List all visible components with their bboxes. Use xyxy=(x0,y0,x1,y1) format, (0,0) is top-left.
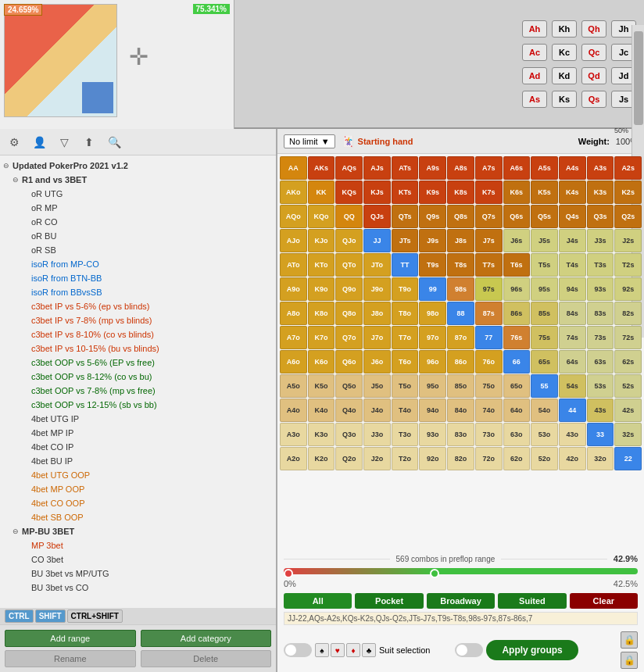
hand-cell-54o[interactable]: 54o xyxy=(531,399,558,422)
hand-cell-K4s[interactable]: K4s xyxy=(559,181,586,204)
hand-cell-A5s[interactable]: A5s xyxy=(531,156,558,180)
tree-item-4betmpoop[interactable]: 4bet MP OOP xyxy=(0,482,276,496)
search-icon[interactable]: 🔍 xyxy=(106,134,122,150)
hand-cell-72o[interactable]: 72o xyxy=(475,447,503,470)
hand-cell-K6o[interactable]: K6o xyxy=(308,350,335,374)
tree-item-co[interactable]: oR CO xyxy=(0,215,276,229)
card-Qs[interactable]: Qs xyxy=(581,91,606,108)
broadway-button[interactable]: Broadway xyxy=(427,593,495,609)
hand-cell-82s[interactable]: 82s xyxy=(614,302,642,325)
hand-cell-65s[interactable]: 65s xyxy=(531,350,558,374)
hand-cell-J5o[interactable]: J5o xyxy=(363,374,391,398)
hand-cell-J4o[interactable]: J4o xyxy=(363,399,391,422)
hand-cell-52o[interactable]: 52o xyxy=(531,447,558,470)
hand-cell-95s[interactable]: 95s xyxy=(531,277,558,301)
hand-cell-T2s[interactable]: T2s xyxy=(614,253,642,277)
hand-cell-T3o[interactable]: T3o xyxy=(392,423,419,446)
hand-cell-J3o[interactable]: J3o xyxy=(363,423,391,446)
card-Kc[interactable]: Kc xyxy=(552,44,577,61)
tree-item-4betutg[interactable]: 4bet UTG IP xyxy=(0,412,276,426)
hand-cell-AKs[interactable]: AKs xyxy=(308,156,335,180)
hand-cell-T4s[interactable]: T4s xyxy=(559,253,586,277)
hand-cell-T7s[interactable]: T7s xyxy=(475,253,503,277)
hand-cell-84o[interactable]: 84o xyxy=(447,399,474,422)
hand-cell-Q3s[interactable]: Q3s xyxy=(587,205,614,228)
hand-cell-92o[interactable]: 92o xyxy=(419,447,446,470)
suit-diamonds[interactable]: ♦ xyxy=(346,643,360,657)
clear-button[interactable]: Clear xyxy=(570,593,638,609)
tree-item-isor-mp[interactable]: isoR from MP-CO xyxy=(0,257,276,271)
suit-hearts[interactable]: ♥ xyxy=(331,643,345,657)
card-Kh[interactable]: Kh xyxy=(552,20,577,38)
hand-cell-T5s[interactable]: T5s xyxy=(531,253,558,277)
hand-cell-AJs[interactable]: AJs xyxy=(363,156,391,180)
hand-cell-A7o[interactable]: A7o xyxy=(280,326,307,349)
hand-cell-QJs[interactable]: QJs xyxy=(363,205,391,228)
hand-cell-43s[interactable]: 43s xyxy=(587,399,614,422)
hand-cell-93s[interactable]: 93s xyxy=(587,277,614,301)
hand-cell-85o[interactable]: 85o xyxy=(447,374,474,398)
hand-cell-Q9s[interactable]: Q9s xyxy=(419,205,446,228)
hand-cell-Q7o[interactable]: Q7o xyxy=(335,326,363,349)
hand-cell-88[interactable]: 88 xyxy=(447,302,474,325)
hand-cell-T9o[interactable]: T9o xyxy=(392,277,419,301)
tree-item-bu3mp[interactable]: BU 3bet vs MP/UTG xyxy=(0,567,276,581)
hand-cell-63o[interactable]: 63o xyxy=(503,423,531,446)
hand-cell-AQo[interactable]: AQo xyxy=(280,205,307,228)
kbd-ctrlshift[interactable]: CTRL+SHIFT xyxy=(67,609,123,623)
hand-cell-Q6o[interactable]: Q6o xyxy=(335,350,363,374)
hand-cell-87o[interactable]: 87o xyxy=(447,326,474,349)
hand-cell-K6s[interactable]: K6s xyxy=(503,181,531,204)
hand-cell-T4o[interactable]: T4o xyxy=(392,399,419,422)
lock-button-2[interactable]: 🔒 xyxy=(621,652,638,669)
delete-button[interactable]: Delete xyxy=(141,650,272,667)
hand-cell-A8s[interactable]: A8s xyxy=(447,156,474,180)
all-button[interactable]: All xyxy=(284,593,352,609)
hand-cell-KJo[interactable]: KJo xyxy=(308,229,335,252)
tree-item-sb[interactable]: oR SB xyxy=(0,243,276,257)
hand-cell-J6s[interactable]: J6s xyxy=(503,229,531,252)
hand-cell-32s[interactable]: 32s xyxy=(614,423,642,446)
hand-cell-J9o[interactable]: J9o xyxy=(363,277,391,301)
hand-cell-K8o[interactable]: K8o xyxy=(308,302,335,325)
hand-cell-Q4s[interactable]: Q4s xyxy=(559,205,586,228)
hand-cell-K7o[interactable]: K7o xyxy=(308,326,335,349)
hand-cell-QTs[interactable]: QTs xyxy=(392,205,419,228)
hand-cell-T6s[interactable]: T6s xyxy=(503,253,531,277)
suited-button[interactable]: Suited xyxy=(498,593,566,609)
card-Ac[interactable]: Ac xyxy=(522,44,547,61)
tree-item-r1[interactable]: ⊖ R1 and vs 3BET xyxy=(0,173,276,187)
hand-cell-A7s[interactable]: A7s xyxy=(475,156,503,180)
hand-cell-A8o[interactable]: A8o xyxy=(280,302,307,325)
hand-cell-KK[interactable]: KK xyxy=(308,181,335,204)
hand-cell-Q3o[interactable]: Q3o xyxy=(335,423,363,446)
hand-cell-94o[interactable]: 94o xyxy=(419,399,446,422)
apply-groups-toggle[interactable] xyxy=(455,643,483,657)
hand-cell-T8o[interactable]: T8o xyxy=(392,302,419,325)
card-Ad[interactable]: Ad xyxy=(522,67,547,84)
kbd-shift[interactable]: SHIFT xyxy=(35,609,66,623)
hand-cell-52s[interactable]: 52s xyxy=(614,374,642,398)
hand-cell-74o[interactable]: 74o xyxy=(475,399,503,422)
tree-item-c3bet1015[interactable]: c3bet IP vs 10-15% (bu vs blinds) xyxy=(0,341,276,356)
card-Qh[interactable]: Qh xyxy=(581,20,606,38)
hand-cell-A6s[interactable]: A6s xyxy=(503,156,531,180)
upload-icon[interactable]: ⬆ xyxy=(81,134,97,150)
hand-cell-99[interactable]: 99 xyxy=(419,277,446,301)
hand-cell-74s[interactable]: 74s xyxy=(559,326,586,349)
tree-item-4betsboop[interactable]: 4bet SB OOP xyxy=(0,510,276,524)
hand-cell-Q8o[interactable]: Q8o xyxy=(335,302,363,325)
lock-button-1[interactable]: 🔒 xyxy=(621,631,638,649)
hand-cell-T9s[interactable]: T9s xyxy=(419,253,446,277)
tree-item-bu3co[interactable]: BU 3bet vs CO xyxy=(0,581,276,595)
hand-cell-43o[interactable]: 43o xyxy=(559,423,586,446)
tree-item-c3bet78[interactable]: c3bet IP vs 7-8% (mp vs blinds) xyxy=(0,313,276,327)
hand-cell-86s[interactable]: 86s xyxy=(503,302,531,325)
card-Qc[interactable]: Qc xyxy=(581,44,606,61)
hand-cell-Q9o[interactable]: Q9o xyxy=(335,277,363,301)
card-Ah[interactable]: Ah xyxy=(522,20,547,38)
hand-cell-53o[interactable]: 53o xyxy=(531,423,558,446)
hand-cell-AKo[interactable]: AKo xyxy=(280,181,307,204)
hand-cell-T8s[interactable]: T8s xyxy=(447,253,474,277)
tree-item-c3betoop1215[interactable]: c3bet OOP vs 12-15% (sb vs bb) xyxy=(0,398,276,412)
